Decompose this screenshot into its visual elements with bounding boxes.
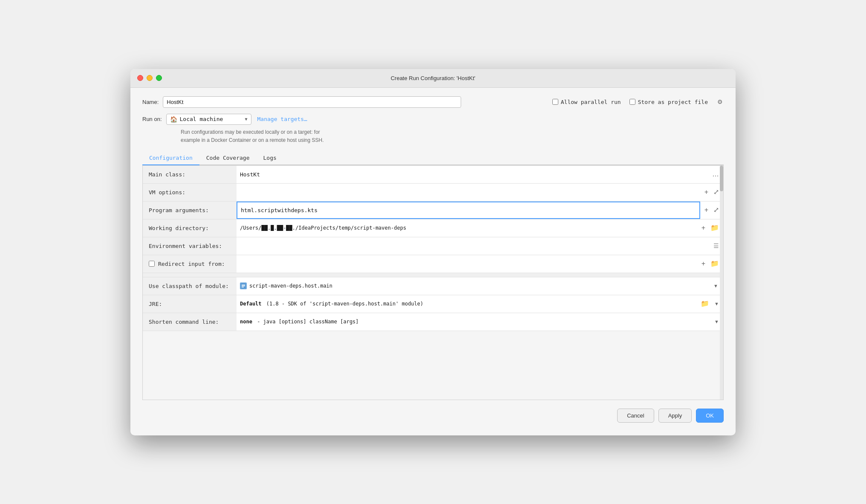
module-row: Use classpath of module: script-maven-de… <box>143 277 723 295</box>
program-args-expand-button[interactable]: ⤢ <box>712 206 721 214</box>
separator-row <box>143 273 723 277</box>
module-value-cell: script-maven-deps.host.main ▼ <box>237 277 723 295</box>
redirect-input[interactable] <box>240 261 694 267</box>
house-icon: 🏠 <box>170 116 177 123</box>
jre-folder-button[interactable]: 📁 <box>699 300 711 308</box>
tab-logs[interactable]: Logs <box>257 151 283 165</box>
jre-value-cell: Default (1.8 - SDK of 'script-maven-deps… <box>237 295 696 313</box>
redirect-text: Redirect input from: <box>158 261 225 267</box>
working-dir-folder-button[interactable]: 📁 <box>709 224 721 232</box>
program-args-input[interactable] <box>241 207 696 213</box>
svg-rect-1 <box>242 285 245 285</box>
allow-parallel-checkbox[interactable] <box>552 99 558 105</box>
maximize-button[interactable] <box>156 75 162 81</box>
dialog: Create Run Configuration: 'HostKt' Name:… <box>130 69 736 435</box>
vm-options-input[interactable] <box>240 189 697 196</box>
program-args-label: Program arguments: <box>143 202 237 219</box>
vm-options-add-button[interactable]: + <box>703 188 710 196</box>
jre-value-text: Default (1.8 - SDK of 'script-maven-deps… <box>240 301 423 307</box>
module-select[interactable]: script-maven-deps.host.main ▼ <box>240 282 720 289</box>
tab-configuration[interactable]: Configuration <box>142 151 199 165</box>
working-dir-row: Working directory: + 📁 <box>143 219 723 237</box>
jre-label: JRE: <box>143 295 237 313</box>
env-vars-label: Environment variables: <box>143 237 237 255</box>
main-class-dots-button[interactable]: … <box>710 170 721 179</box>
main-class-input[interactable] <box>240 171 704 178</box>
allow-parallel-checkbox-label[interactable]: Allow parallel run <box>552 99 621 105</box>
svg-rect-2 <box>242 286 245 287</box>
name-label: Name: <box>142 99 159 105</box>
env-vars-edit-button[interactable]: ☰ <box>712 242 721 250</box>
manage-targets-link[interactable]: Manage targets… <box>257 116 307 122</box>
run-on-select[interactable]: 🏠 Local machine ▼ <box>166 114 251 125</box>
vm-options-row: VM options: + ⤢ <box>143 184 723 202</box>
redirect-actions: + 📁 <box>697 255 723 273</box>
run-on-row: Run on: 🏠 Local machine ▼ Manage targets… <box>142 114 724 125</box>
traffic-lights <box>137 75 162 81</box>
svg-rect-3 <box>242 287 244 288</box>
main-class-label: Main class: <box>143 166 237 183</box>
shorten-row: Shorten command line: none - java [optio… <box>143 313 723 331</box>
allow-parallel-label: Allow parallel run <box>561 99 621 105</box>
vm-options-value-cell <box>237 184 700 201</box>
working-dir-label: Working directory: <box>143 219 237 237</box>
redirect-add-button[interactable]: + <box>700 259 707 268</box>
jre-actions: 📁 ▼ <box>696 295 723 313</box>
button-row: Cancel Apply OK <box>142 400 724 427</box>
working-dir-value-cell <box>237 219 697 237</box>
env-vars-input[interactable] <box>240 243 706 249</box>
redirect-folder-button[interactable]: 📁 <box>709 259 721 268</box>
module-label: Use classpath of module: <box>143 277 237 295</box>
env-vars-value-cell <box>237 237 709 255</box>
description-line2: example in a Docker Container or on a re… <box>181 136 724 144</box>
run-on-dropdown-arrow: ▼ <box>245 117 248 121</box>
redirect-row: Redirect input from: + 📁 <box>143 255 723 273</box>
shorten-value-cell: none - java [options] className [args] <box>237 313 710 331</box>
program-args-value-cell <box>237 202 700 219</box>
store-project-checkbox[interactable] <box>629 99 635 105</box>
scroll-track <box>720 166 723 400</box>
ok-button[interactable]: OK <box>696 409 724 423</box>
apply-button[interactable]: Apply <box>658 409 692 423</box>
store-project-label: Store as project file <box>638 99 708 105</box>
cancel-button[interactable]: Cancel <box>617 409 654 423</box>
minimize-button[interactable] <box>147 75 153 81</box>
vm-options-expand-button[interactable]: ⤢ <box>712 188 721 196</box>
main-class-row: Main class: … <box>143 166 723 184</box>
name-input[interactable] <box>163 96 461 108</box>
main-class-value-cell <box>237 166 708 183</box>
working-dir-input[interactable] <box>240 225 694 231</box>
redirect-checkbox[interactable] <box>149 261 155 267</box>
redirect-label-with-checkbox: Redirect input from: <box>149 261 225 267</box>
shorten-none-text: none <box>240 319 252 325</box>
title-bar: Create Run Configuration: 'HostKt' <box>130 69 736 88</box>
program-args-add-button[interactable]: + <box>703 206 710 214</box>
description-line1: Run configurations may be executed local… <box>181 128 724 136</box>
name-row-right: Allow parallel run Store as project file… <box>552 98 724 106</box>
redirect-value-cell <box>237 255 697 273</box>
store-project-checkbox-label[interactable]: Store as project file <box>629 99 708 105</box>
run-on-label: Run on: <box>142 116 162 122</box>
run-on-description: Run configurations may be executed local… <box>181 128 724 144</box>
dialog-content: Name: Allow parallel run Store as projec… <box>130 88 736 435</box>
scroll-thumb[interactable] <box>720 166 723 191</box>
jre-default-text: Default <box>240 301 262 307</box>
jre-row: JRE: Default (1.8 - SDK of 'script-maven… <box>143 295 723 313</box>
program-args-row: Program arguments: + ⤢ <box>143 202 723 219</box>
tabs: Configuration Code Coverage Logs <box>142 151 724 165</box>
module-dropdown-button[interactable]: ▼ <box>712 283 720 288</box>
close-button[interactable] <box>137 75 143 81</box>
settings-icon-button[interactable]: ⚙ <box>716 98 724 106</box>
jre-detail-text: (1.8 - SDK of 'script-maven-deps.host.ma… <box>266 301 423 307</box>
module-value-text: script-maven-deps.host.main <box>249 283 332 289</box>
working-dir-actions: + 📁 <box>697 219 723 237</box>
config-table: Main class: … VM options: + ⤢ <box>142 165 724 400</box>
tab-code-coverage[interactable]: Code Coverage <box>199 151 257 165</box>
redirect-label: Redirect input from: <box>143 255 237 273</box>
shorten-detail-text: - java [options] className [args] <box>257 319 358 325</box>
name-row: Name: Allow parallel run Store as projec… <box>142 96 724 108</box>
working-dir-add-button[interactable]: + <box>700 224 707 232</box>
run-on-value: Local machine <box>180 116 223 122</box>
dialog-title: Create Run Configuration: 'HostKt' <box>391 75 476 81</box>
shorten-value-text: none - java [options] className [args] <box>240 319 359 325</box>
